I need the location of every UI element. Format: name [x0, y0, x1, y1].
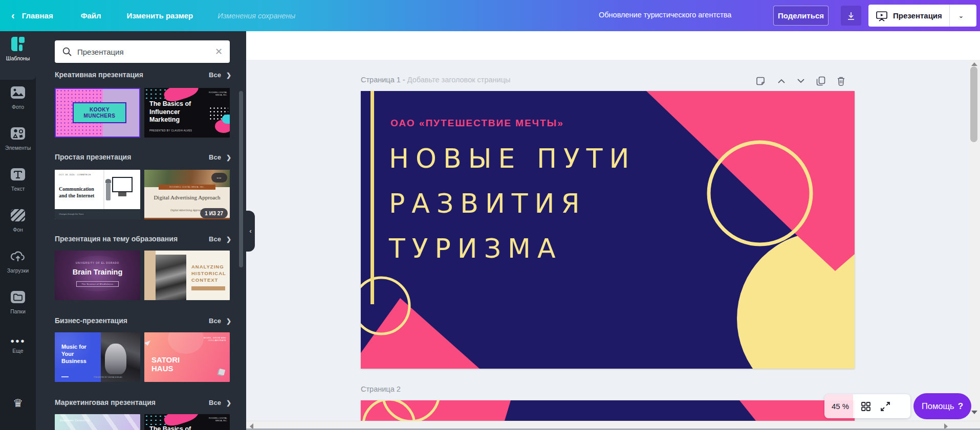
fullscreen-icon [881, 402, 890, 411]
sidebar-item-uploads[interactable]: Загрузки [0, 243, 36, 284]
present-button[interactable]: Презентация ⌄ [868, 5, 976, 27]
move-page-up-icon[interactable] [777, 78, 786, 84]
slide-page-1[interactable]: ОАО «ПУТЕШЕСТВИЕ МЕЧТЫ» НОВЫЕ ПУТИ РАЗВИ… [361, 91, 855, 369]
thumbnail-top-text: UNIVERSITY OF EL DORADO [55, 262, 140, 265]
canvas-top-strip [246, 31, 980, 60]
slide-company-text[interactable]: ОАО «ПУТЕШЕСТВИЕ МЕЧТЫ» [390, 118, 564, 129]
page-count-badge: 1 ИЗ 27 [200, 208, 228, 218]
see-all-link[interactable]: Все❯ [209, 235, 231, 243]
section-title: Креативная презентация [55, 71, 143, 79]
sidebar-item-elements[interactable]: Элементы [0, 121, 36, 162]
search-icon [62, 47, 72, 57]
zoom-level[interactable]: 45 % [832, 402, 849, 411]
delete-page-icon[interactable] [837, 76, 845, 86]
sidebar-item-photos[interactable]: Фото [0, 80, 36, 121]
templates-icon [10, 36, 26, 52]
fullscreen-button[interactable] [881, 402, 890, 411]
shapes-icon [10, 126, 26, 141]
template-thumbnail-digital[interactable]: ROCKWELL DIGITAL MEDIA, INC. Digital Adv… [144, 170, 230, 219]
page1-title-placeholder[interactable]: Добавьте заголовок страницы [407, 76, 511, 84]
download-button[interactable] [841, 6, 861, 26]
page1-label: Страница 1 - [361, 76, 405, 84]
cube-shape [219, 369, 225, 375]
sidebar-item-folders[interactable]: Папки [0, 284, 36, 325]
question-icon: ? [958, 401, 963, 412]
menu-file[interactable]: Файл [81, 11, 101, 20]
thumbnail-title: The Basics of Influencer Marketing [149, 100, 203, 124]
vertical-scrollbar[interactable] [969, 60, 980, 421]
section-title: Простая презентация [55, 153, 131, 161]
horizontal-scrollbar[interactable] [246, 421, 980, 430]
back-chevron-icon[interactable]: ‹ [11, 10, 15, 21]
download-icon [846, 11, 856, 20]
notes-icon[interactable] [756, 76, 766, 86]
sidebar: Шаблоны Фото Элементы [0, 31, 36, 430]
slide-title-text[interactable]: НОВЫЕ ПУТИ РАЗВИТИЯ ТУРИЗМА [389, 136, 636, 271]
template-thumbnail-gradient[interactable]: Downtown Consulting [55, 414, 140, 430]
topbar: ‹ Главная Файл Изменить размер Изменения… [0, 0, 980, 31]
section-title: Бизнес-презентация [55, 316, 127, 325]
template-thumbnail-brain[interactable]: UNIVERSITY OF EL DORADO Brain Training T… [55, 251, 140, 300]
background-icon [10, 208, 26, 223]
sidebar-item-templates[interactable]: Шаблоны [0, 31, 36, 80]
chevron-left-icon: ‹ [250, 228, 252, 235]
see-all-link[interactable]: Все❯ [209, 153, 231, 161]
thumbnail-sub-text: The Science of Mindfulness [81, 283, 113, 285]
thumbnail-corner-text: RODWELL DIGITAL MEDIA, INC. [202, 417, 227, 422]
menu-resize[interactable]: Изменить размер [127, 11, 193, 20]
template-thumbnail-historical[interactable]: ANALYZING HISTORICAL CONTEXT [144, 251, 230, 300]
help-button[interactable]: Помощь? [913, 393, 971, 419]
save-status: Изменения сохранены [217, 12, 295, 20]
see-all-link[interactable]: Все❯ [209, 317, 231, 325]
sidebar-item-background[interactable]: Фон [0, 202, 36, 243]
see-all-link[interactable]: Все❯ [209, 399, 231, 406]
search-input[interactable] [77, 48, 215, 56]
template-thumbnail-kooky[interactable]: KOOKY MUNCHERS [55, 88, 140, 138]
thumbnail-title: Music for Your Business [61, 344, 94, 365]
panel-collapse-tab[interactable]: ‹ [246, 211, 255, 252]
share-button[interactable]: Поделиться [773, 6, 829, 26]
clear-search-icon[interactable]: ✕ [215, 46, 223, 57]
text-icon [10, 167, 26, 182]
scroll-up-arrow-icon[interactable] [971, 62, 977, 66]
move-page-down-icon[interactable] [797, 78, 805, 84]
section-header: Маркетинговая презентация Все❯ [55, 397, 231, 408]
vertical-scrollbar-thumb[interactable] [970, 66, 977, 142]
template-thumbnail-satori[interactable]: WORK, GROW AND COLLABORATE SATORI HAUS [144, 332, 230, 382]
menu-home[interactable]: Главная [22, 11, 53, 20]
template-thumbnail-music[interactable]: PRESENTED BY SHUNA SUMLAG Music for Your… [55, 332, 140, 382]
section-header: Креативная презентация Все❯ [55, 70, 231, 80]
section-header: Бизнес-презентация Все❯ [55, 315, 231, 326]
canva-editor: ‹ Главная Файл Изменить размер Изменения… [0, 0, 980, 430]
view-controls: 45 % [824, 394, 910, 418]
thumbnail-title: Digital Advertising Approach [144, 194, 230, 201]
panel-scrollbar-thumb[interactable] [239, 91, 243, 267]
chevron-right-icon: ❯ [226, 318, 231, 325]
sidebar-item-text[interactable]: Текст [0, 162, 36, 202]
chevron-right-icon: ❯ [226, 236, 231, 243]
thumbnail-more-button[interactable]: ••• [211, 173, 227, 183]
thumbnail-title: SATORI HAUS [151, 355, 192, 373]
more-dots-icon: ●●● [10, 333, 26, 344]
template-thumbnail-influencer[interactable]: RODWELL DIGITAL MEDIA, INC. The Basics o… [144, 88, 230, 138]
section-title: Маркетинговая презентация [55, 398, 156, 406]
sidebar-item-more[interactable]: ●●● Еще [0, 328, 36, 369]
thumbnail-title: Brain Training [55, 267, 140, 277]
thumbnail-top-text: OCT. 18, 2020 · COMMTECH [59, 173, 91, 176]
template-thumbnail-communication[interactable]: OCT. 18, 2020 · COMMTECH Communication a… [55, 170, 140, 219]
photo-icon [10, 85, 26, 100]
paper-plane-shape [144, 341, 150, 346]
chevron-down-icon[interactable]: ⌄ [950, 12, 972, 19]
scroll-down-arrow-icon[interactable] [971, 411, 977, 414]
chevron-right-icon: ❯ [226, 72, 231, 79]
see-all-link[interactable]: Все❯ [209, 71, 231, 79]
thumbnail-title: The Basics of [149, 425, 191, 430]
document-title[interactable]: Обновление туристического агентства [599, 11, 731, 19]
slide-page-2[interactable] [361, 400, 855, 421]
template-thumbnail-influencer-2[interactable]: RODWELL DIGITAL MEDIA, INC. The Basics o… [144, 414, 230, 430]
grid-view-button[interactable] [861, 402, 870, 411]
chevron-right-icon: ❯ [226, 154, 231, 161]
section-header: Презентация на тему образования Все❯ [55, 234, 231, 244]
pro-crown-icon[interactable]: ♛ [0, 397, 36, 410]
duplicate-page-icon[interactable] [816, 76, 825, 86]
